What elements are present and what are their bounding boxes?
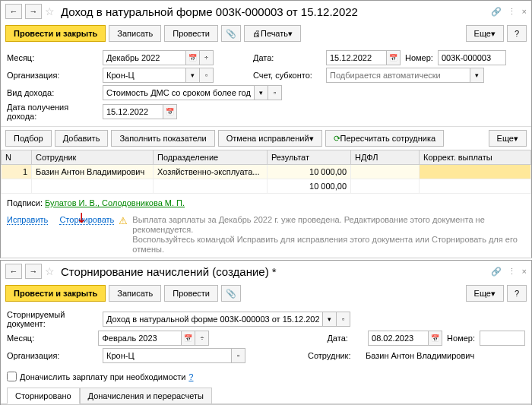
date-input[interactable] [368, 331, 429, 346]
more-icon[interactable]: ⋮ [508, 267, 516, 277]
cal-icon[interactable]: 📅 [387, 50, 401, 65]
nav-back[interactable]: ← [5, 264, 22, 279]
doc-input[interactable] [103, 312, 323, 327]
emp-label: Сотрудник: [308, 351, 361, 360]
num-input[interactable] [438, 50, 506, 65]
org-input[interactable] [103, 348, 232, 363]
month-label: Месяц: [7, 53, 98, 62]
execute-button[interactable]: Провести [164, 285, 218, 302]
month-label: Месяц: [7, 334, 93, 343]
acct-input[interactable] [326, 68, 470, 83]
signers-link[interactable]: Булатов И. В., Солодовникова М. П. [45, 198, 185, 207]
help-button[interactable]: ? [507, 25, 527, 42]
type-label: Вид дохода: [7, 88, 98, 97]
cal-icon[interactable]: 📅 [186, 50, 200, 65]
execute-close-button[interactable]: Провести и закрыть [5, 25, 106, 42]
close-icon[interactable]: × [522, 7, 527, 17]
employee-table: N Сотрудник Подразделение Результат НДФЛ… [1, 150, 531, 194]
warning-text: Выплата зарплаты за Декабрь 2022 г. уже … [132, 215, 525, 255]
title: Сторнирование начислений (создание) * [61, 265, 488, 278]
link-icon[interactable]: 🔗 [491, 267, 502, 277]
save-button[interactable]: Записать [109, 25, 161, 42]
th-ndfl: НДФЛ [351, 150, 420, 165]
execute-button[interactable]: Провести [164, 25, 218, 42]
dropdown-icon[interactable]: ▾ [470, 68, 484, 83]
th-res: Результат [268, 150, 351, 165]
more-button[interactable]: Еще ▾ [466, 285, 504, 302]
more-icon[interactable]: ⋮ [508, 7, 516, 17]
cal-icon[interactable]: 📅 [182, 331, 195, 346]
th-n: N [2, 150, 32, 165]
num-input[interactable] [480, 331, 525, 346]
nav-fwd[interactable]: → [25, 264, 42, 279]
star-icon[interactable]: ☆ [45, 265, 55, 277]
more-button[interactable]: Еще ▾ [466, 25, 504, 42]
add-button[interactable]: Добавить [55, 130, 109, 147]
stepper-icon[interactable]: ÷ [195, 331, 209, 346]
org-label: Организация: [7, 351, 98, 360]
open-icon[interactable]: ▫ [232, 348, 245, 363]
accrue-label: Доначислить зарплату при необходимости [20, 372, 185, 381]
cal-icon[interactable]: 📅 [163, 104, 177, 119]
total-row: 10 000,00 [2, 179, 531, 194]
recv-label: Дата получения дохода: [7, 103, 98, 121]
doc-label: Сторнируемый документ: [7, 310, 98, 328]
fix-link[interactable]: Исправить [7, 215, 48, 225]
date-label: Дата: [327, 334, 363, 343]
emp-value: Базин Антон Владимирович [366, 351, 474, 360]
open-icon[interactable]: ▫ [337, 312, 350, 327]
dropdown-icon[interactable]: ▾ [186, 68, 200, 83]
cal-icon[interactable]: 📅 [429, 331, 442, 346]
stepper-icon[interactable]: ÷ [200, 50, 214, 65]
help-button[interactable]: ? [507, 285, 527, 302]
help-link[interactable]: ? [188, 372, 193, 381]
attach-icon[interactable]: 📎 [221, 25, 241, 42]
pick-button[interactable]: Подбор [5, 130, 52, 147]
th-dept: Подразделение [154, 150, 268, 165]
tab-reversed[interactable]: Сторнировано [7, 388, 80, 404]
month-input[interactable] [103, 50, 186, 65]
month-input[interactable] [98, 331, 182, 346]
dropdown-icon[interactable]: ▾ [255, 85, 268, 100]
nav-fwd[interactable]: → [25, 4, 42, 19]
tab-recalc[interactable]: Доначисления и перерасчеты [80, 388, 212, 403]
org-label: Организация: [7, 71, 98, 80]
warning-icon: ⚠ [119, 215, 128, 226]
link-icon[interactable]: 🔗 [491, 7, 502, 17]
open-icon[interactable]: ▫ [268, 85, 282, 100]
nav-back[interactable]: ← [5, 4, 22, 19]
date-label: Дата: [253, 53, 321, 62]
star-icon[interactable]: ☆ [45, 5, 55, 17]
num-label: Номер: [405, 53, 433, 62]
title: Доход в натуральной форме 003К-000003 от… [61, 5, 488, 18]
execute-close-button[interactable]: Провести и закрыть [5, 285, 106, 302]
table-row[interactable]: 1 Базин Антон Владимирович Хозяйственно-… [2, 165, 531, 179]
type-input[interactable] [103, 85, 255, 100]
close-icon[interactable]: × [522, 267, 527, 277]
date-input[interactable] [326, 50, 387, 65]
cancel-button[interactable]: Отмена исправлений ▾ [218, 130, 322, 147]
fill-button[interactable]: Заполнить показатели [111, 130, 214, 147]
attach-icon[interactable]: 📎 [221, 285, 241, 302]
open-icon[interactable]: ▫ [200, 68, 214, 83]
th-corr: Коррект. выплаты [420, 150, 531, 165]
org-input[interactable] [103, 68, 186, 83]
recv-input[interactable] [103, 104, 163, 119]
th-emp: Сотрудник [32, 150, 154, 165]
signers-label: Подписи: [7, 198, 43, 207]
recalc-button[interactable]: ⟳ Пересчитать сотрудника [325, 130, 445, 147]
acct-label: Счет, субконто: [253, 71, 321, 80]
print-button[interactable]: 🖨 Печать ▾ [244, 25, 301, 42]
dropdown-icon[interactable]: ▾ [323, 312, 337, 327]
num-label: Номер: [447, 334, 475, 343]
accrue-checkbox[interactable] [7, 372, 17, 381]
save-button[interactable]: Записать [109, 285, 161, 302]
tbl-more-button[interactable]: Еще ▾ [489, 130, 527, 147]
